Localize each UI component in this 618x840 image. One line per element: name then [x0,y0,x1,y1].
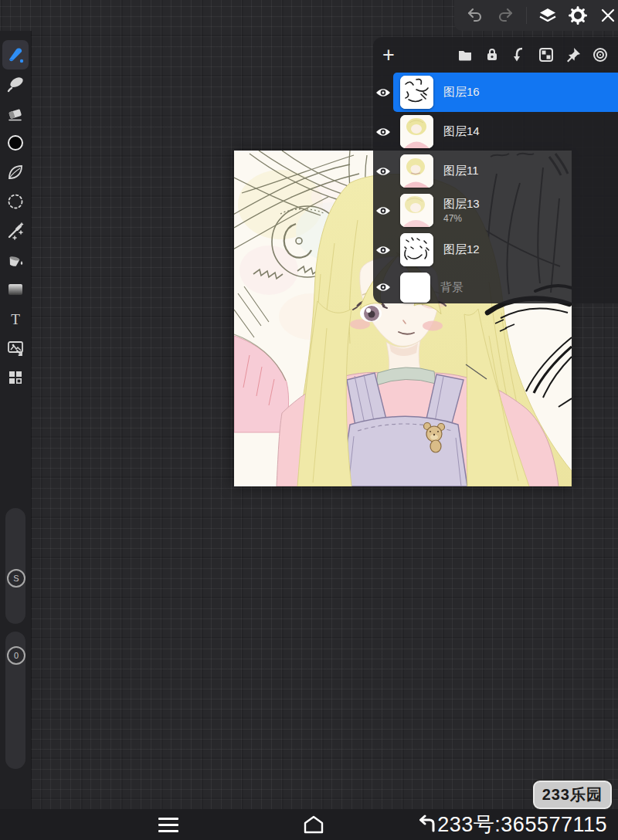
layer-row-body[interactable]: 图层11 [393,151,618,191]
tool-text[interactable]: T [2,304,29,334]
checkerboard-icon[interactable] [538,46,555,63]
undo-icon[interactable] [465,5,484,25]
layer-opacity: 47% [443,213,480,224]
close-icon[interactable] [599,5,618,25]
lock-icon[interactable] [484,46,501,63]
home-icon[interactable] [297,809,331,840]
layer-thumbnail[interactable] [400,76,433,109]
brush-size-slider[interactable] [5,508,25,624]
layer-name: 图层13 [443,197,480,212]
layer-thumbnail[interactable] [400,115,433,148]
tool-eraser[interactable] [2,99,29,128]
folder-icon[interactable] [457,46,474,63]
pin-icon[interactable] [565,46,582,63]
layer-row-body[interactable]: 图层12 [393,230,618,269]
layer-name: 背景 [440,280,464,295]
toolbar-divider [526,7,527,24]
top-toolbar [454,0,618,31]
svg-text:T: T [11,311,20,327]
visibility-eye-icon[interactable] [373,205,393,216]
menu-icon[interactable] [151,809,185,840]
tool-fill-bucket[interactable] [2,246,29,275]
user-id-text: 233号:365577115 [437,811,607,838]
tool-lasso-select[interactable] [2,187,29,216]
layer-name: 图层14 [443,124,480,139]
watermark-badge: 233乐园 [533,781,612,809]
layer-row[interactable]: 图层14 [373,112,618,151]
layer-thumbnail[interactable] [400,233,433,266]
back-icon[interactable] [416,815,436,835]
brush-size-knob[interactable]: S [7,569,25,588]
bottom-nav-bar: 233号:365577115 [0,809,618,840]
layer-row[interactable]: 图层12 [373,230,618,269]
layers-panel-header: + [373,37,618,73]
user-id-wrap: 233号:365577115 [416,809,607,840]
layer-row-body[interactable]: 背景 [393,269,618,305]
add-layer-button[interactable]: + [378,39,399,70]
merge-down-icon[interactable] [511,46,528,63]
layer-thumbnail[interactable] [400,154,433,188]
visibility-eye-icon[interactable] [373,127,393,137]
visibility-eye-icon[interactable] [373,166,393,177]
layer-row[interactable]: 图层11 [373,151,618,191]
layer-row[interactable]: 图层16 [373,73,618,112]
layer-row-body[interactable]: 图层16 [393,73,618,112]
tool-canvas-grid[interactable] [2,363,29,392]
visibility-eye-icon[interactable] [373,87,393,98]
layers-icon[interactable] [538,5,557,25]
tool-image-import[interactable] [2,334,29,363]
tool-shape-leaf[interactable] [2,158,29,187]
tool-gradient[interactable] [2,275,29,304]
layer-name: 图层11 [443,164,479,178]
layer-row-body[interactable]: 图层14 [393,112,618,151]
tool-smudge[interactable] [2,69,29,99]
tool-brush[interactable] [2,40,29,69]
layer-thumbnail[interactable] [400,273,430,303]
layer-thumbnail[interactable] [400,194,433,227]
layer-row[interactable]: 背景 [373,269,618,305]
layer-name: 图层12 [443,242,480,257]
brush-opacity-knob[interactable]: 0 [7,646,25,665]
settings-gear-icon[interactable] [568,5,587,25]
layer-row-body[interactable]: 图层13 47% [393,191,618,230]
tool-color-swatch[interactable] [2,128,29,158]
visibility-eye-icon[interactable] [373,245,393,256]
tool-magic-wand[interactable] [2,216,29,246]
layer-row[interactable]: 图层13 47% [373,191,618,230]
redo-icon[interactable] [495,5,514,25]
layer-name: 图层16 [443,85,480,100]
layers-panel: + [373,37,618,303]
visibility-eye-icon[interactable] [373,282,393,293]
target-icon[interactable] [592,46,609,63]
